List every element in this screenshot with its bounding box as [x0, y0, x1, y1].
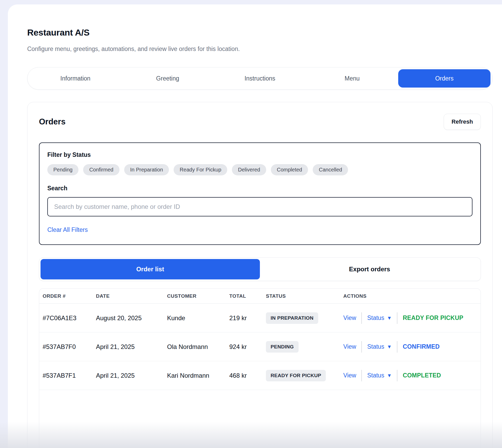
status-filter-chip-ready-for-pickup[interactable]: Ready For Pickup: [174, 164, 227, 175]
actions-cell: View Status ▼ READY FOR PICKUP: [343, 312, 481, 324]
customer-cell: Kunde: [167, 314, 229, 322]
status-filter-chip-pending[interactable]: Pending: [47, 164, 78, 175]
date-cell: April 21, 2025: [96, 343, 167, 351]
status-cell: PENDING: [266, 341, 343, 353]
quick-action-button[interactable]: READY FOR PICKUP: [403, 314, 463, 321]
view-link[interactable]: View: [343, 343, 356, 350]
export-orders-tab-button[interactable]: Export orders: [260, 259, 479, 279]
column-header-actions: ACTIONS: [343, 293, 481, 299]
chevron-down-icon: ▼: [387, 315, 392, 320]
status-badge: PENDING: [266, 341, 299, 353]
status-dropdown-label: Status: [367, 343, 384, 350]
tab-orders[interactable]: Orders: [398, 69, 490, 88]
status-cell: IN PREPARATION: [266, 312, 343, 324]
quick-action-button[interactable]: COMPLETED: [403, 372, 441, 379]
customer-cell: Kari Nordmann: [167, 372, 229, 379]
action-divider: [361, 341, 362, 353]
tab-instructions[interactable]: Instructions: [214, 69, 306, 88]
filter-panel: Filter by Status Pending Confirmed In Pr…: [39, 142, 481, 245]
status-filter-chip-cancelled[interactable]: Cancelled: [313, 164, 348, 175]
chevron-down-icon: ▼: [387, 373, 392, 378]
search-input[interactable]: [47, 197, 472, 216]
status-dropdown-label: Status: [367, 314, 384, 321]
table-row: #537AB7F1 April 21, 2025 Kari Nordmann 4…: [39, 361, 481, 390]
orders-view-toggle: Order list Export orders: [39, 257, 481, 281]
status-dropdown-button[interactable]: Status ▼: [367, 343, 392, 350]
orders-table: ORDER # DATE CUSTOMER TOTAL STATUS ACTIO…: [39, 288, 481, 448]
column-header-status: STATUS: [266, 293, 343, 299]
tab-menu[interactable]: Menu: [306, 69, 398, 88]
tab-information[interactable]: Information: [29, 69, 122, 88]
orders-panel: Orders Refresh Filter by Status Pending …: [27, 102, 493, 448]
status-dropdown-button[interactable]: Status ▼: [367, 372, 392, 379]
status-dropdown-label: Status: [367, 372, 384, 379]
date-cell: August 20, 2025: [96, 314, 167, 322]
column-header-customer: CUSTOMER: [167, 293, 229, 299]
total-cell: 924 kr: [229, 343, 266, 351]
status-filter-chip-confirmed[interactable]: Confirmed: [83, 164, 119, 175]
table-row: #7C06A1E3 August 20, 2025 Kunde 219 kr I…: [39, 304, 481, 332]
customer-cell: Ola Nordmann: [167, 343, 229, 351]
clear-all-filters-link[interactable]: Clear All Filters: [47, 226, 88, 233]
status-filter-chip-row: Pending Confirmed In Preparation Ready F…: [47, 164, 472, 175]
status-badge: READY FOR PICKUP: [266, 370, 326, 381]
view-link[interactable]: View: [343, 372, 356, 379]
order-id-cell: #7C06A1E3: [43, 314, 96, 322]
action-divider: [397, 312, 397, 324]
filter-by-status-label: Filter by Status: [47, 151, 472, 158]
status-filter-chip-delivered[interactable]: Delivered: [232, 164, 266, 175]
actions-cell: View Status ▼ COMPLETED: [343, 370, 481, 381]
search-label: Search: [47, 185, 472, 192]
status-dropdown-button[interactable]: Status ▼: [367, 314, 392, 321]
view-link[interactable]: View: [343, 314, 356, 321]
column-header-date: DATE: [96, 293, 167, 299]
location-settings-card: Restaurant A/S Configure menu, greetings…: [8, 4, 502, 448]
column-header-total: TOTAL: [229, 293, 266, 299]
order-id-cell: #537AB7F0: [43, 343, 96, 351]
date-cell: April 21, 2025: [96, 372, 167, 379]
page-title: Restaurant A/S: [27, 27, 493, 38]
page-subtitle: Configure menu, greetings, automations, …: [27, 45, 493, 53]
status-badge: IN PREPARATION: [266, 312, 318, 324]
action-divider: [361, 312, 362, 324]
column-header-order-number: ORDER #: [43, 293, 96, 299]
refresh-button[interactable]: Refresh: [444, 114, 481, 130]
status-filter-chip-in-preparation[interactable]: In Preparation: [124, 164, 169, 175]
section-tab-bar: Information Greeting Instructions Menu O…: [27, 67, 493, 90]
total-cell: 219 kr: [229, 314, 266, 322]
actions-cell: View Status ▼ CONFIRMED: [343, 341, 481, 353]
orders-panel-header: Orders Refresh: [39, 114, 481, 130]
orders-table-header-row: ORDER # DATE CUSTOMER TOTAL STATUS ACTIO…: [39, 289, 481, 304]
status-cell: READY FOR PICKUP: [266, 370, 343, 381]
chevron-down-icon: ▼: [387, 344, 392, 349]
table-row: #537AB7F0 April 21, 2025 Ola Nordmann 92…: [39, 332, 481, 361]
order-id-cell: #537AB7F1: [43, 372, 96, 379]
order-list-tab-button[interactable]: Order list: [41, 259, 260, 279]
action-divider: [361, 370, 362, 381]
action-divider: [397, 370, 397, 381]
action-divider: [397, 341, 397, 353]
total-cell: 468 kr: [229, 372, 266, 379]
tab-greeting[interactable]: Greeting: [122, 69, 214, 88]
status-filter-chip-completed[interactable]: Completed: [271, 164, 308, 175]
quick-action-button[interactable]: CONFIRMED: [403, 343, 440, 350]
orders-heading: Orders: [39, 117, 66, 127]
